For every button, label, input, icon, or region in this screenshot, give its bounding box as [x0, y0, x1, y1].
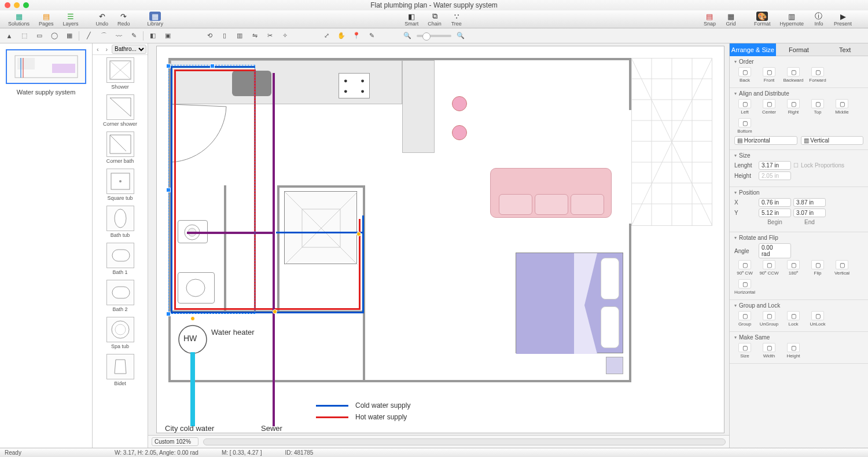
rotate-tool[interactable]: ⟲	[204, 31, 215, 41]
flip-tool[interactable]: ⇋	[249, 31, 260, 41]
library-item-corner-bath[interactable]: Corner bath	[93, 129, 148, 166]
position-section-title[interactable]: Position	[734, 189, 863, 196]
redo-button[interactable]: ↷Redo	[113, 12, 135, 27]
library-item-bath-2[interactable]: Bath 2	[93, 277, 148, 315]
maximize-window-icon[interactable]	[23, 2, 29, 8]
same-section-title[interactable]: Make Same	[734, 334, 863, 341]
distribute-tool[interactable]: ▥	[234, 31, 245, 41]
rotate-horizontal-button[interactable]: ▢Horizontal	[734, 279, 755, 295]
zoom-fit-tool[interactable]: ⤢	[321, 31, 332, 41]
close-window-icon[interactable]	[5, 2, 10, 8]
line-tool[interactable]: ╱	[83, 31, 94, 41]
group-unlock-button[interactable]: ▢UnLock	[807, 311, 828, 327]
align-tool[interactable]: ▯	[219, 31, 230, 41]
snap-button[interactable]: ▤Snap	[699, 12, 720, 27]
rotate-vertical-button[interactable]: ▢Vertical	[832, 260, 852, 276]
library-item-corner-shower[interactable]: Corner shower	[93, 92, 148, 129]
library-button[interactable]: ▦Library	[143, 12, 168, 27]
pen-tool[interactable]: ✎	[128, 31, 139, 41]
group-group-button[interactable]: ▢Group	[734, 311, 755, 327]
insert-image-tool[interactable]: ▣	[162, 31, 174, 41]
pan-tool[interactable]: ✋	[336, 31, 347, 41]
distribute-v-select[interactable]: ▥ Vertical	[801, 136, 864, 145]
layers-button[interactable]: ☰Layers	[58, 12, 83, 27]
angle-input[interactable]: 0.00 rad	[759, 243, 791, 258]
rect-tool[interactable]: ▭	[34, 31, 45, 41]
library-item-square-tub[interactable]: Square tub	[93, 166, 148, 203]
canvas-area[interactable]: ●● ●●	[148, 43, 729, 448]
y-begin-input[interactable]: 5.12 in	[759, 209, 791, 217]
lib-next-icon[interactable]: ›	[103, 46, 111, 53]
eyedrop-tool[interactable]: ✎	[366, 31, 377, 41]
align-center-button[interactable]: ▢Center	[759, 99, 779, 115]
library-item-bidet[interactable]: Bidet	[93, 352, 148, 389]
grid-button[interactable]: ▦Grid	[720, 12, 741, 27]
rotate-180--button[interactable]: ▢180º	[783, 260, 804, 276]
crop-tool[interactable]: ✂	[264, 31, 275, 41]
x-begin-input[interactable]: 0.76 in	[759, 198, 791, 207]
hypernote-button[interactable]: ▥Hypernote	[775, 12, 808, 27]
zoom-select[interactable]: Custom 102%	[152, 437, 198, 446]
align-right-button[interactable]: ▢Right	[783, 99, 804, 115]
tree-connector-button[interactable]: ∵Tree	[446, 12, 467, 27]
group-ungroup-button[interactable]: ▢UnGroup	[759, 311, 779, 327]
library-item-shower[interactable]: Shower	[93, 55, 148, 92]
zoom-slider[interactable]	[417, 35, 451, 37]
same-height-button[interactable]: ▢Height	[783, 343, 804, 359]
info-button[interactable]: ⓘInfo	[808, 12, 829, 27]
size-section-title[interactable]: Size	[734, 152, 863, 159]
order-section-title[interactable]: Order	[734, 59, 863, 65]
library-item-bath-1[interactable]: Bath 1	[93, 240, 148, 277]
present-button[interactable]: ▶Present	[829, 12, 856, 27]
tab-arrange-size[interactable]: Arrange & Size	[730, 43, 776, 56]
rotate-flip-button[interactable]: ▢Flip	[807, 260, 828, 276]
group-section-title[interactable]: Group and Lock	[734, 302, 863, 309]
zoom-out-icon[interactable]: 🔍	[402, 31, 413, 41]
smart-connector-button[interactable]: ◧Smart	[400, 12, 423, 27]
arc-tool[interactable]: ⌒	[98, 31, 109, 41]
undo-button[interactable]: ↶Undo	[91, 12, 113, 27]
chain-connector-button[interactable]: ⧉Chain	[423, 12, 446, 27]
spline-tool[interactable]: 〰	[113, 31, 124, 41]
order-back-button[interactable]: ▢Back	[734, 67, 755, 83]
length-input[interactable]: 3.17 in	[759, 161, 791, 170]
rotate-90-ccw-button[interactable]: ▢90º CCW	[759, 260, 779, 276]
tab-text[interactable]: Text	[822, 43, 868, 56]
window-controls[interactable]	[0, 2, 29, 8]
solutions-button[interactable]: ▦Solutions	[3, 12, 34, 27]
library-item-spa-tub[interactable]: Spa tub	[93, 315, 148, 352]
insert-shape-tool[interactable]: ◧	[147, 31, 159, 41]
distribute-h-select[interactable]: ▤ Horizontal	[734, 136, 797, 145]
order-backward-button[interactable]: ▢Backward	[783, 67, 804, 83]
align-middle-button[interactable]: ▢Middle	[832, 99, 852, 115]
ellipse-tool[interactable]: ◯	[49, 31, 60, 41]
pages-button[interactable]: ▤Pages	[34, 12, 58, 27]
y-end-input[interactable]: 3.07 in	[793, 209, 826, 217]
align-top-button[interactable]: ▢Top	[807, 99, 828, 115]
library-category-select[interactable]: Bathro...	[112, 45, 146, 54]
align-left-button[interactable]: ▢Left	[734, 99, 755, 115]
same-width-button[interactable]: ▢Width	[759, 343, 779, 359]
order-forward-button[interactable]: ▢Forward	[807, 67, 828, 83]
lib-prev-icon[interactable]: ‹	[94, 46, 102, 53]
path-tool[interactable]: ✧	[279, 31, 290, 41]
drawing-canvas[interactable]: ●● ●●	[156, 46, 724, 433]
height-input[interactable]: 2.05 in	[759, 171, 791, 180]
zoom-in-icon[interactable]: 🔍	[455, 31, 466, 41]
minimize-window-icon[interactable]	[14, 2, 20, 8]
same-size-button[interactable]: ▢Size	[734, 343, 755, 359]
select-tool[interactable]: ▲	[3, 31, 15, 41]
group-lock-button[interactable]: ▢Lock	[783, 311, 804, 327]
rotate-90-cw-button[interactable]: ▢90º CW	[734, 260, 755, 276]
anchor-tool[interactable]: 📍	[351, 31, 362, 41]
format-panel-button[interactable]: 🎨Format	[749, 12, 775, 27]
tab-format[interactable]: Format	[776, 43, 822, 56]
table-tool[interactable]: ▦	[64, 31, 75, 41]
x-end-input[interactable]: 3.87 in	[793, 198, 826, 207]
rotate-section-title[interactable]: Rotate and Flip	[734, 235, 863, 241]
page-thumbnail[interactable]	[6, 49, 86, 84]
align-section-title[interactable]: Align and Distribute	[734, 90, 863, 97]
lock-proportions-check[interactable]: ☐Lock Proportions	[793, 162, 844, 169]
order-front-button[interactable]: ▢Front	[759, 67, 779, 83]
align-bottom-button[interactable]: ▢Bottom	[734, 118, 755, 134]
